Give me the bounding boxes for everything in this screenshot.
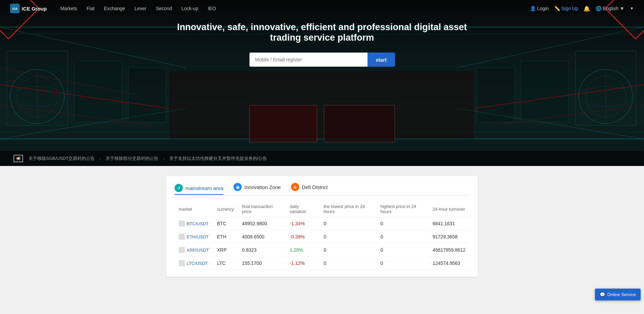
col-change: daily variation bbox=[286, 201, 319, 217]
pair-name: XRP/USDT bbox=[187, 248, 209, 253]
hero-images bbox=[249, 105, 395, 142]
col-low24: the lowest price in 24 hours bbox=[319, 201, 376, 217]
tab-defi-icon: ⊕ bbox=[291, 183, 299, 191]
cell-pair: BTC/USDT bbox=[175, 217, 213, 230]
cell-low24: 0 bbox=[319, 217, 376, 230]
cell-price: 48952.9800 bbox=[238, 217, 286, 230]
hero-section: Innovative, safe, innovative, efficient … bbox=[0, 0, 644, 166]
ann-item-3[interactable]: 关于支持以太坊伦敦硬分叉并暂停充提业务的/公告 bbox=[169, 155, 267, 162]
tab-innovation-icon: ◉ bbox=[234, 183, 242, 191]
logo-box: ice bbox=[10, 4, 20, 13]
pair-icon bbox=[179, 221, 185, 227]
nav-fiat[interactable]: Fiat bbox=[87, 6, 94, 11]
nav-ieo[interactable]: IEO bbox=[208, 6, 216, 11]
cell-turnover: 91729.3658 bbox=[428, 230, 469, 244]
cell-change: -1.12% bbox=[286, 257, 319, 270]
tab-mainstream-label: mainstream area bbox=[185, 185, 224, 191]
col-currency: currency bbox=[213, 201, 238, 217]
cell-currency: XRP bbox=[213, 244, 238, 257]
language-selector[interactable]: 🌐 English ▼ bbox=[596, 6, 624, 11]
person-icon: 👤 bbox=[530, 6, 536, 11]
tab-defi-label: Defi District bbox=[302, 184, 328, 190]
cell-price: 155.1700 bbox=[238, 257, 286, 270]
cell-high24: 0 bbox=[376, 230, 428, 244]
register-form: start bbox=[249, 53, 395, 67]
register-button[interactable]: start bbox=[368, 53, 395, 67]
cell-low24: 0 bbox=[319, 257, 376, 270]
navbar-right: 👤 Login ✏️ Sign Up 🔔 🌐 English ▼ ▼ bbox=[530, 5, 634, 12]
col-price: final transaction price bbox=[238, 201, 286, 217]
cell-currency: ETH bbox=[213, 230, 238, 244]
ann-sep-2: / bbox=[163, 156, 164, 161]
market-tabs: ↺ mainstream area ◉ Innovation Zone ⊕ De… bbox=[175, 183, 470, 196]
cell-pair: LTC/USDT bbox=[175, 257, 213, 270]
pair-name: BTC/USDT bbox=[187, 221, 209, 226]
table-row[interactable]: XRP/USDT XRP 0.8323 1.20% 0 0 46617959.8… bbox=[175, 244, 470, 257]
table-row[interactable]: ETH/USDT ETH 4008.6500 -0.39% 0 0 91729.… bbox=[175, 230, 470, 244]
tab-innovation[interactable]: ◉ Innovation Zone bbox=[234, 183, 281, 191]
nav-second[interactable]: Second bbox=[156, 6, 172, 11]
dropdown-icon[interactable]: ▼ bbox=[630, 6, 634, 11]
tab-defi[interactable]: ⊕ Defi District bbox=[291, 183, 328, 191]
tab-innovation-label: Innovation Zone bbox=[244, 184, 281, 190]
cell-high24: 0 bbox=[376, 217, 428, 230]
tab-mainstream[interactable]: ↺ mainstream area bbox=[175, 184, 224, 195]
announcement-icon: 📢 bbox=[14, 155, 23, 162]
register-input[interactable] bbox=[249, 53, 368, 67]
cell-currency: LTC bbox=[213, 257, 238, 270]
announcements-bar: 📢 关于移除SGB/USDT交易对的公告 / 关于移除部分交易对的公告 / 关于… bbox=[0, 151, 644, 166]
col-turnover: 24-hour turnover bbox=[428, 201, 469, 217]
navbar: ice ICE Group Markets Fiat Exchange Leve… bbox=[0, 0, 644, 17]
globe-icon: 🌐 bbox=[596, 6, 601, 11]
announcement-items: 关于移除SGB/USDT交易对的公告 / 关于移除部分交易对的公告 / 关于支持… bbox=[28, 155, 630, 162]
cell-turnover: 6841.1631 bbox=[428, 217, 469, 230]
cell-high24: 0 bbox=[376, 257, 428, 270]
cell-price: 4008.6500 bbox=[238, 230, 286, 244]
ann-item-1[interactable]: 关于移除SGB/USDT交易对的公告 bbox=[28, 155, 95, 162]
table-row[interactable]: LTC/USDT LTC 155.1700 -1.12% 0 0 124574.… bbox=[175, 257, 470, 270]
main-content: ↺ mainstream area ◉ Innovation Zone ⊕ De… bbox=[0, 166, 644, 287]
cell-turnover: 124574.9563 bbox=[428, 257, 469, 270]
pair-name: ETH/USDT bbox=[187, 234, 209, 239]
logo-name: ICE Group bbox=[22, 6, 47, 12]
cell-high24: 0 bbox=[376, 244, 428, 257]
hero-image-2 bbox=[324, 105, 395, 142]
tab-mainstream-icon: ↺ bbox=[175, 184, 183, 192]
navbar-nav: Markets Fiat Exchange Lever Second Lock-… bbox=[60, 6, 530, 11]
pair-icon bbox=[179, 247, 185, 253]
col-market: market bbox=[175, 201, 213, 217]
table-header-row: market currency final transaction price … bbox=[175, 201, 470, 217]
svg-rect-10 bbox=[74, 61, 122, 122]
cell-low24: 0 bbox=[319, 230, 376, 244]
svg-rect-13 bbox=[521, 61, 569, 122]
edit-icon: ✏️ bbox=[554, 6, 560, 11]
cell-change: 1.20% bbox=[286, 244, 319, 257]
market-card: ↺ mainstream area ◉ Innovation Zone ⊕ De… bbox=[166, 176, 478, 277]
svg-rect-15 bbox=[477, 68, 514, 122]
hero-title: Innovative, safe, innovative, efficient … bbox=[170, 22, 474, 43]
chevron-down-icon: ▼ bbox=[620, 6, 624, 11]
svg-rect-14 bbox=[129, 68, 166, 122]
pair-name: LTC/USDT bbox=[187, 261, 208, 266]
cell-change: -1.34% bbox=[286, 217, 319, 230]
signup-link[interactable]: ✏️ Sign Up bbox=[554, 6, 578, 11]
ann-sep-1: / bbox=[99, 156, 101, 161]
cell-turnover: 46617959.8612 bbox=[428, 244, 469, 257]
cell-price: 0.8323 bbox=[238, 244, 286, 257]
cell-change: -0.39% bbox=[286, 230, 319, 244]
login-link[interactable]: 👤 Login bbox=[530, 6, 549, 11]
nav-lever[interactable]: Lever bbox=[135, 6, 147, 11]
cell-currency: BTC bbox=[213, 217, 238, 230]
navbar-logo[interactable]: ice ICE Group bbox=[10, 4, 47, 13]
ann-item-2[interactable]: 关于移除部分交易对的公告 bbox=[106, 155, 158, 162]
table-row[interactable]: BTC/USDT BTC 48952.9800 -1.34% 0 0 6841.… bbox=[175, 217, 470, 230]
cell-pair: ETH/USDT bbox=[175, 230, 213, 244]
cell-pair: XRP/USDT bbox=[175, 244, 213, 257]
nav-markets[interactable]: Markets bbox=[60, 6, 77, 11]
nav-exchange[interactable]: Exchange bbox=[104, 6, 125, 11]
cell-low24: 0 bbox=[319, 244, 376, 257]
sound-icon[interactable]: 🔔 bbox=[583, 5, 590, 12]
market-table: market currency final transaction price … bbox=[175, 201, 470, 270]
col-high24: highest price in 24 hours bbox=[376, 201, 428, 217]
nav-lockup[interactable]: Lock-up bbox=[181, 6, 198, 11]
